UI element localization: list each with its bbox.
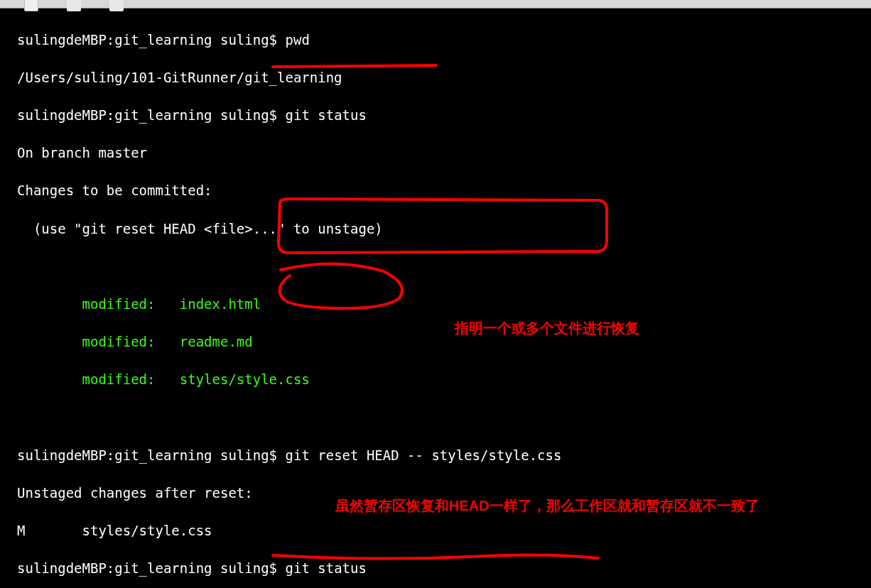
reset-out-file: M styles/style.css — [17, 521, 854, 540]
status-unstage-hint: (use "git reset HEAD <file>..." to unsta… — [17, 219, 854, 239]
status-commit-hdr: Changes to be committed: — [17, 181, 854, 200]
annotation-workdir-mismatch: 虽然暂存区恢复和HEAD一样了，那么工作区就和暂存区就不一致了 — [335, 496, 759, 516]
window-titlebar — [0, 0, 871, 9]
cmd-git-status-1: sulingdeMBP:git_learning suling$ git sta… — [17, 106, 854, 125]
annotation-restore-files: 指明一个或多个文件进行恢复 — [455, 318, 639, 338]
cmd-git-reset-css: sulingdeMBP:git_learning suling$ git res… — [17, 446, 854, 465]
modified-index: modified: index.html — [17, 295, 854, 314]
pwd-output: /Users/suling/101-GitRunner/git_learning — [17, 68, 854, 87]
blank — [17, 408, 854, 427]
cmd-git-status-2: sulingdeMBP:git_learning suling$ git sta… — [17, 559, 854, 578]
modified-readme: modified: readme.md — [17, 332, 854, 352]
modified-css: modified: styles/style.css — [17, 370, 854, 389]
status-branch: On branch master — [17, 143, 854, 163]
cmd-pwd: sulingdeMBP:git_learning suling$ pwd — [17, 31, 854, 50]
blank — [17, 257, 854, 276]
